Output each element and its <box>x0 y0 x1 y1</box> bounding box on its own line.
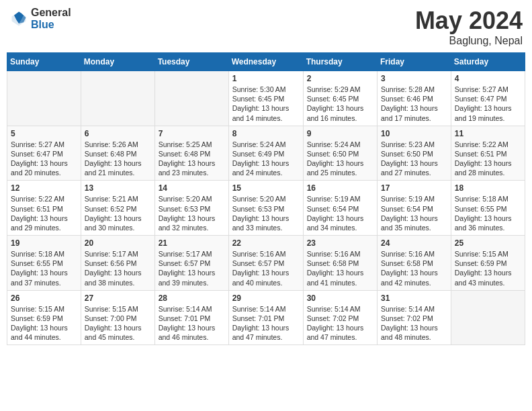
calendar-cell: 18Sunrise: 5:18 AMSunset: 6:55 PMDayligh… <box>451 181 525 236</box>
day-info: Sunrise: 5:20 AMSunset: 6:53 PMDaylight:… <box>232 194 300 232</box>
day-info: Sunrise: 5:14 AMSunset: 7:01 PMDaylight:… <box>232 304 300 342</box>
logo: General Blue <box>9 7 71 30</box>
day-number: 14 <box>159 183 225 193</box>
day-number: 24 <box>381 238 447 248</box>
week-row-1: 1Sunrise: 5:30 AMSunset: 6:45 PMDaylight… <box>7 71 525 126</box>
calendar-cell: 8Sunrise: 5:24 AMSunset: 6:49 PMDaylight… <box>228 126 303 181</box>
calendar-cell: 9Sunrise: 5:24 AMSunset: 6:50 PMDaylight… <box>303 126 377 181</box>
calendar-cell: 27Sunrise: 5:15 AMSunset: 7:00 PMDayligh… <box>81 290 154 345</box>
day-info: Sunrise: 5:15 AMSunset: 6:59 PMDaylight:… <box>11 304 77 342</box>
day-number: 7 <box>159 129 225 138</box>
calendar-cell: 6Sunrise: 5:26 AMSunset: 6:48 PMDaylight… <box>81 126 154 181</box>
weekday-friday: Friday <box>378 53 451 71</box>
weekday-wednesday: Wednesday <box>228 53 303 71</box>
day-info: Sunrise: 5:18 AMSunset: 6:55 PMDaylight:… <box>455 194 521 232</box>
day-info: Sunrise: 5:15 AMSunset: 7:00 PMDaylight:… <box>85 304 151 342</box>
weekday-saturday: Saturday <box>451 53 525 71</box>
day-number: 30 <box>307 293 373 303</box>
calendar-cell: 12Sunrise: 5:22 AMSunset: 6:51 PMDayligh… <box>7 181 81 236</box>
day-number: 17 <box>381 183 447 193</box>
calendar-cell: 7Sunrise: 5:25 AMSunset: 6:48 PMDaylight… <box>154 126 228 181</box>
day-number: 19 <box>11 238 77 248</box>
day-info: Sunrise: 5:28 AMSunset: 6:46 PMDaylight:… <box>381 85 447 123</box>
calendar-cell: 2Sunrise: 5:29 AMSunset: 6:45 PMDaylight… <box>303 71 377 126</box>
day-info: Sunrise: 5:26 AMSunset: 6:48 PMDaylight:… <box>85 140 151 178</box>
day-number: 3 <box>381 74 447 83</box>
day-info: Sunrise: 5:14 AMSunset: 7:01 PMDaylight:… <box>159 304 225 342</box>
day-number: 25 <box>455 238 521 248</box>
weekday-monday: Monday <box>81 53 154 71</box>
day-number: 16 <box>307 183 373 193</box>
day-number: 20 <box>85 238 151 248</box>
day-info: Sunrise: 5:16 AMSunset: 6:58 PMDaylight:… <box>381 249 447 287</box>
calendar-cell: 3Sunrise: 5:28 AMSunset: 6:46 PMDaylight… <box>378 71 451 126</box>
calendar-title: May 2024 <box>415 7 523 35</box>
day-info: Sunrise: 5:16 AMSunset: 6:57 PMDaylight:… <box>232 249 300 287</box>
day-number: 22 <box>232 238 300 248</box>
day-number: 15 <box>232 183 300 193</box>
logo-blue-text: Blue <box>31 19 71 31</box>
day-number: 10 <box>381 129 447 138</box>
day-info: Sunrise: 5:14 AMSunset: 7:02 PMDaylight:… <box>307 304 373 342</box>
calendar-cell: 19Sunrise: 5:18 AMSunset: 6:55 PMDayligh… <box>7 236 81 291</box>
day-number: 5 <box>11 129 77 138</box>
day-info: Sunrise: 5:17 AMSunset: 6:56 PMDaylight:… <box>85 249 151 287</box>
day-number: 18 <box>455 183 521 193</box>
calendar-cell: 23Sunrise: 5:16 AMSunset: 6:58 PMDayligh… <box>303 236 377 291</box>
page-header: General Blue May 2024 Baglung, Nepal <box>7 7 525 47</box>
day-info: Sunrise: 5:14 AMSunset: 7:02 PMDaylight:… <box>381 304 447 342</box>
calendar-cell: 24Sunrise: 5:16 AMSunset: 6:58 PMDayligh… <box>378 236 451 291</box>
calendar-cell: 22Sunrise: 5:16 AMSunset: 6:57 PMDayligh… <box>228 236 303 291</box>
calendar-cell: 20Sunrise: 5:17 AMSunset: 6:56 PMDayligh… <box>81 236 154 291</box>
title-block: May 2024 Baglung, Nepal <box>415 7 523 47</box>
calendar-cell: 10Sunrise: 5:23 AMSunset: 6:50 PMDayligh… <box>378 126 451 181</box>
day-info: Sunrise: 5:20 AMSunset: 6:53 PMDaylight:… <box>159 194 225 232</box>
weekday-thursday: Thursday <box>303 53 377 71</box>
day-number: 31 <box>381 293 447 303</box>
logo-text: General Blue <box>31 7 71 30</box>
calendar-cell: 11Sunrise: 5:22 AMSunset: 6:51 PMDayligh… <box>451 126 525 181</box>
day-info: Sunrise: 5:24 AMSunset: 6:49 PMDaylight:… <box>232 140 300 178</box>
calendar-cell <box>154 71 228 126</box>
day-info: Sunrise: 5:23 AMSunset: 6:50 PMDaylight:… <box>381 140 447 178</box>
weekday-header-row: SundayMondayTuesdayWednesdayThursdayFrid… <box>7 53 525 71</box>
day-number: 2 <box>307 74 373 83</box>
calendar-cell: 29Sunrise: 5:14 AMSunset: 7:01 PMDayligh… <box>228 290 303 345</box>
day-info: Sunrise: 5:30 AMSunset: 6:45 PMDaylight:… <box>232 85 300 123</box>
day-info: Sunrise: 5:25 AMSunset: 6:48 PMDaylight:… <box>159 140 225 178</box>
calendar-table: SundayMondayTuesdayWednesdayThursdayFrid… <box>7 52 525 345</box>
day-number: 26 <box>11 293 77 303</box>
day-number: 11 <box>455 129 521 138</box>
calendar-cell: 1Sunrise: 5:30 AMSunset: 6:45 PMDaylight… <box>228 71 303 126</box>
day-number: 13 <box>85 183 151 193</box>
weekday-tuesday: Tuesday <box>154 53 228 71</box>
day-number: 28 <box>159 293 225 303</box>
day-info: Sunrise: 5:22 AMSunset: 6:51 PMDaylight:… <box>455 140 521 178</box>
day-info: Sunrise: 5:19 AMSunset: 6:54 PMDaylight:… <box>307 194 373 232</box>
logo-icon <box>9 9 28 28</box>
week-row-4: 19Sunrise: 5:18 AMSunset: 6:55 PMDayligh… <box>7 236 525 291</box>
day-info: Sunrise: 5:16 AMSunset: 6:58 PMDaylight:… <box>307 249 373 287</box>
calendar-subtitle: Baglung, Nepal <box>415 35 523 47</box>
calendar-cell: 30Sunrise: 5:14 AMSunset: 7:02 PMDayligh… <box>303 290 377 345</box>
day-number: 27 <box>85 293 151 303</box>
calendar-cell: 4Sunrise: 5:27 AMSunset: 6:47 PMDaylight… <box>451 71 525 126</box>
calendar-cell <box>81 71 154 126</box>
day-number: 8 <box>232 129 300 138</box>
day-number: 6 <box>85 129 151 138</box>
day-info: Sunrise: 5:22 AMSunset: 6:51 PMDaylight:… <box>11 194 77 232</box>
day-info: Sunrise: 5:17 AMSunset: 6:57 PMDaylight:… <box>159 249 225 287</box>
day-number: 9 <box>307 129 373 138</box>
day-number: 12 <box>11 183 77 193</box>
day-number: 29 <box>232 293 300 303</box>
calendar-cell: 31Sunrise: 5:14 AMSunset: 7:02 PMDayligh… <box>378 290 451 345</box>
calendar-cell <box>7 71 81 126</box>
day-number: 21 <box>159 238 225 248</box>
day-number: 4 <box>455 74 521 83</box>
calendar-cell: 21Sunrise: 5:17 AMSunset: 6:57 PMDayligh… <box>154 236 228 291</box>
calendar-cell: 5Sunrise: 5:27 AMSunset: 6:47 PMDaylight… <box>7 126 81 181</box>
day-info: Sunrise: 5:19 AMSunset: 6:54 PMDaylight:… <box>381 194 447 232</box>
day-info: Sunrise: 5:15 AMSunset: 6:59 PMDaylight:… <box>455 249 521 287</box>
day-info: Sunrise: 5:27 AMSunset: 6:47 PMDaylight:… <box>455 85 521 123</box>
day-number: 23 <box>307 238 373 248</box>
